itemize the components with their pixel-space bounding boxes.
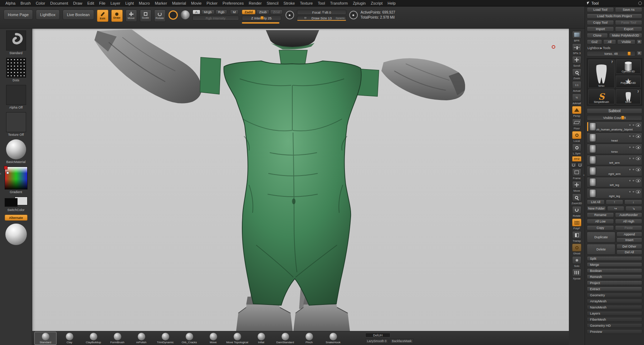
zcut-button[interactable]: Zcut	[270, 10, 282, 14]
menu-macro[interactable]: Macro	[136, 1, 152, 5]
paste-subtool-button[interactable]: Paste	[615, 225, 642, 230]
lsym-button[interactable]: L.Sym	[572, 144, 581, 155]
tray-brush-move[interactable]: Move	[202, 332, 224, 345]
tray-brush-formbrush[interactable]: FormBrush	[106, 332, 128, 345]
rotate3d-button[interactable]: Rotate	[572, 206, 581, 217]
section-fibermesh[interactable]: FiberMesh	[587, 317, 642, 322]
menu-texture[interactable]: Texture	[297, 1, 315, 5]
subtool-down-button[interactable]: ↓	[624, 200, 642, 205]
subtool-row-head[interactable]: head	[587, 133, 642, 143]
visibility-eye-icon[interactable]	[636, 146, 640, 149]
zoom-button[interactable]: Zoom	[572, 68, 581, 80]
lightbox-button[interactable]: LightBox	[36, 10, 60, 20]
menu-draw[interactable]: Draw	[70, 1, 85, 5]
subtool-dot-icon[interactable]	[632, 135, 635, 138]
visibility-eye-icon[interactable]	[636, 135, 640, 138]
subtool-dot-icon[interactable]	[632, 124, 635, 126]
subtool-dot-icon[interactable]	[632, 179, 635, 182]
lightbox-tools-label[interactable]: Lightbox►Tools	[587, 46, 641, 50]
current-alpha-selector[interactable]: Alpha Off	[4, 85, 28, 109]
subtool-row-right-leg[interactable]: right_leg	[587, 188, 642, 198]
visible-count-slider[interactable]: Visible Count 8	[587, 115, 642, 120]
rgb-intensity-slider[interactable]: Rgb Intensity	[192, 15, 239, 20]
all-low-button[interactable]: All Low	[587, 219, 614, 224]
scroll-button[interactable]: Scroll	[572, 56, 581, 67]
del-all-button[interactable]: Del All	[616, 250, 642, 255]
local-button[interactable]: Local	[572, 131, 581, 143]
simplebrush-thumbnail[interactable]: S SimpleBrush	[588, 89, 615, 104]
live-boolean-button[interactable]: Live Boolean	[63, 10, 94, 20]
goz-all-button[interactable]: All	[603, 39, 616, 44]
switch-color-control[interactable]: SwitchColor	[4, 197, 28, 212]
subtool-dot-icon[interactable]	[632, 191, 635, 193]
current-tool-thumbnail[interactable]: 7 torso	[588, 59, 615, 88]
alternate-button[interactable]: Alternate	[5, 215, 28, 221]
goz-r-button[interactable]: R	[636, 39, 642, 44]
primary-color-swatch[interactable]	[5, 198, 18, 207]
visibility-eye-icon[interactable]	[636, 190, 640, 193]
visibility-eye-icon[interactable]	[636, 157, 640, 160]
tool-palette-header[interactable]: Tool	[585, 0, 644, 6]
torso-small-thumbnail[interactable]: 7 torso	[616, 89, 641, 104]
autoreorder-button[interactable]: AutoReorder	[615, 212, 642, 217]
subtool-pen-icon[interactable]	[629, 191, 631, 193]
draw-mode-button[interactable]: Draw	[111, 10, 123, 22]
load-tool-button[interactable]: Load Tool	[587, 7, 614, 12]
paint-a-button[interactable]: A	[192, 10, 200, 14]
import-button[interactable]: Import	[587, 27, 614, 32]
move-to-folder-icon[interactable]: ↪	[607, 206, 624, 211]
tray-brush-standard[interactable]: Standard	[34, 332, 57, 345]
make-polymesh3d-button[interactable]: Make PolyMesh3D	[609, 33, 642, 38]
section-nanomesh[interactable]: NanoMesh	[587, 305, 642, 310]
current-stroke-selector[interactable]: Dots	[4, 58, 28, 82]
draw-size-slider[interactable]: Draw Size 13 Dynamic	[297, 16, 346, 21]
color-gradient-square[interactable]	[5, 167, 28, 190]
insert-button[interactable]: Insert	[616, 238, 642, 243]
left-divider-arrow[interactable]: ‹	[0, 171, 1, 176]
edit-mode-button[interactable]: Edit	[97, 10, 108, 22]
subtool-row-left-leg[interactable]: left_leg	[587, 177, 642, 187]
append-button[interactable]: Append	[616, 232, 642, 237]
focal-shift-slider[interactable]: Focal Shift 0	[297, 10, 346, 15]
current-texture-selector[interactable]: Texture Off	[4, 112, 28, 136]
subtool-dot-icon[interactable]	[632, 168, 635, 171]
tray-brush-mpolish[interactable]: mPolish	[130, 332, 152, 345]
panel-divider-arrow[interactable]: ‹	[583, 173, 585, 177]
subtool-pen-icon[interactable]	[629, 146, 631, 149]
subtool-dot-icon[interactable]	[632, 157, 635, 160]
menu-material[interactable]: Material	[170, 1, 189, 5]
current-brush-ring-icon[interactable]	[169, 10, 178, 20]
folder-down-icon[interactable]: ↘	[625, 206, 643, 211]
palette-menu-icon[interactable]	[638, 1, 642, 5]
list-all-button[interactable]: List All	[587, 200, 605, 205]
viewport-canvas[interactable]	[32, 29, 569, 331]
xpose-button[interactable]: Xpose	[572, 269, 581, 280]
aahalf-button[interactable]: ½AAHalf	[572, 94, 581, 105]
subtool-pen-icon[interactable]	[629, 168, 631, 171]
draw-size-handle[interactable]	[304, 16, 307, 20]
rotate-mode-button[interactable]: Rotate	[154, 10, 166, 22]
menu-file[interactable]: File	[97, 1, 108, 5]
rename-button[interactable]: Rename	[587, 212, 614, 217]
extract-button[interactable]: Extract	[587, 287, 642, 291]
tray-brush-orb-cracks[interactable]: Orb_Cracks	[178, 332, 200, 345]
section-layers[interactable]: Layers	[587, 311, 642, 316]
lazysmooth-slider[interactable]: LazySmooth 0	[365, 339, 388, 344]
spix-slider[interactable]: SPix 3	[572, 43, 581, 55]
subtool-pen-icon[interactable]	[629, 179, 631, 182]
current-brush-selector[interactable]: Standard	[4, 30, 28, 55]
actual-button[interactable]: 1:1Actual	[572, 81, 581, 92]
xyz-symmetry-button[interactable]: XYZ	[572, 156, 581, 162]
del-other-button[interactable]: Del Other	[616, 244, 642, 249]
menu-edit[interactable]: Edit	[85, 1, 97, 5]
cylinder3d-thumbnail[interactable]: Cylinder3D	[616, 59, 641, 74]
subtool-section-header[interactable]: Subtool	[587, 108, 642, 114]
backfacemask-button[interactable]: BackfaceMask	[390, 339, 413, 344]
move-mode-button[interactable]: Move	[126, 10, 137, 22]
frame-button[interactable]: Frame	[572, 168, 581, 180]
tray-brush-claybuildup[interactable]: ClayBuildup	[82, 332, 104, 345]
copy-tool-button[interactable]: Copy Tool	[587, 20, 614, 25]
visible-count-handle[interactable]	[621, 116, 624, 120]
menu-layer[interactable]: Layer	[108, 1, 123, 5]
tray-brush-trimdynamic[interactable]: TrimDynamic	[154, 332, 176, 345]
